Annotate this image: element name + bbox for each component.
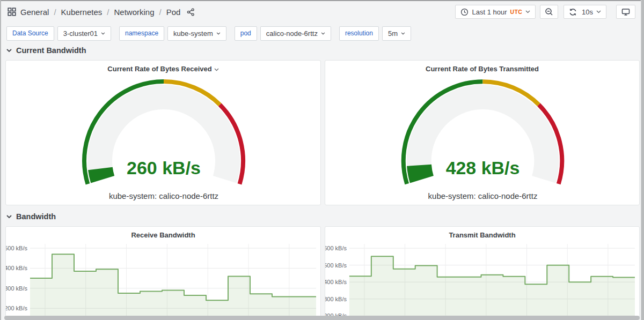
variable-pod: pod calico-node-6rttz [235,26,331,41]
chevron-down-icon [214,68,219,71]
svg-text:428 kB/s: 428 kB/s [446,158,520,178]
navbar: General /Kubernetes/Networking/Pod Last … [1,1,641,23]
gauge-visualization: 260 kB/skube-system: calico-node-6rttz [6,76,321,206]
namespace-dropdown[interactable]: kube-system [167,26,226,41]
chevron-down-icon [401,32,405,35]
chevron-down-icon [216,32,221,35]
refresh-interval-label: 10s [582,8,593,16]
resolution-dropdown[interactable]: 5m [382,26,411,41]
chevron-down-icon [101,32,105,35]
svg-text:600 kB/s: 600 kB/s [325,245,347,251]
chevron-down-icon [6,49,12,53]
timeseries-chart[interactable]: 500 kB/s400 kB/s300 kB/s200 kB/s [6,242,321,320]
panel-transmit-bandwidth: Transmit Bandwidth 600 kB/s500 kB/s400 k… [325,226,640,320]
svg-text:500 kB/s: 500 kB/s [6,245,27,251]
panel-receive-bandwidth: Receive Bandwidth 500 kB/s400 kB/s300 kB… [5,226,321,320]
gauge-visualization: 428 kB/skube-system: calico-node-6rttz [325,76,640,206]
datasource-dropdown[interactable]: 3-cluster01 [57,26,111,41]
chevron-down-icon [6,215,12,219]
section-current-bandwidth[interactable]: Current Bandwidth [6,46,86,55]
panel-title[interactable]: Transmit Bandwidth [325,227,639,242]
clock-icon [460,8,469,16]
breadcrumb-segments: /Kubernetes/Networking/Pod [53,8,180,17]
section-bandwidth[interactable]: Bandwidth [6,212,56,221]
variable-resolution: resolution 5m [339,26,411,41]
svg-text:200 kB/s: 200 kB/s [6,305,27,311]
zoom-out-icon [545,8,553,16]
chevron-down-icon [596,10,601,13]
svg-text:260 kB/s: 260 kB/s [127,158,201,178]
time-range-label: Last 1 hour [472,8,507,16]
panel-title[interactable]: Receive Bandwidth [6,227,320,242]
breadcrumb: General /Kubernetes/Networking/Pod [8,8,195,17]
breadcrumb-segment[interactable]: Pod [166,8,181,17]
refresh-controls[interactable]: 10s [564,5,606,19]
svg-text:500 kB/s: 500 kB/s [325,262,347,269]
share-icon[interactable] [187,8,195,16]
zoom-out-button[interactable] [540,5,558,19]
breadcrumb-segment[interactable]: Kubernetes [61,8,103,17]
breadcrumb-separator: / [106,8,109,17]
breadcrumb-segment[interactable]: Networking [114,8,154,17]
svg-text:400 kB/s: 400 kB/s [6,265,27,271]
variable-label: pod [235,26,257,41]
breadcrumb-folder[interactable]: General [20,8,49,17]
svg-text:400 kB/s: 400 kB/s [325,279,347,285]
chevron-down-icon [525,10,530,13]
panel-title[interactable]: Current Rate of Bytes Received [6,61,320,76]
window-border-top [0,0,644,1]
kiosk-mode-button[interactable] [616,5,635,19]
navbar-controls: Last 1 hour UTC 10s [455,5,636,19]
variable-namespace: namespace kube-system [119,26,226,41]
svg-text:kube-system: calico-node-6rttz: kube-system: calico-node-6rttz [109,191,218,200]
svg-text:kube-system: calico-node-6rttz: kube-system: calico-node-6rttz [428,191,538,200]
breadcrumb-separator: / [53,8,56,17]
timezone-badge: UTC [510,9,522,15]
variable-datasource: Data Source 3-cluster01 [6,26,111,41]
dashboard-variables: Data Source 3-cluster01 namespace kube-s… [1,24,641,43]
window-border-left [0,0,1,320]
dashboard-grid-icon[interactable] [8,8,16,16]
window-border-right [641,0,644,320]
timeseries-chart[interactable]: 600 kB/s500 kB/s400 kB/s300 kB/s200 kB/s [325,242,640,320]
variable-label: Data Source [6,26,54,41]
breadcrumb-separator: / [158,8,162,17]
time-range-picker[interactable]: Last 1 hour UTC [455,5,536,19]
monitor-icon [621,8,630,16]
panel-title[interactable]: Current Rate of Bytes Transmitted [325,61,639,76]
variable-label: resolution [339,26,379,41]
svg-text:300 kB/s: 300 kB/s [325,296,347,302]
panel-bytes-received: Current Rate of Bytes Received 260 kB/sk… [5,60,321,205]
horizontal-scrollbar[interactable] [4,316,640,320]
chevron-down-icon [321,32,325,35]
svg-text:300 kB/s: 300 kB/s [6,285,27,292]
variable-label: namespace [119,26,164,41]
refresh-icon [569,8,577,16]
panel-bytes-transmitted: Current Rate of Bytes Transmitted 428 kB… [325,60,640,205]
pod-dropdown[interactable]: calico-node-6rttz [260,26,331,41]
